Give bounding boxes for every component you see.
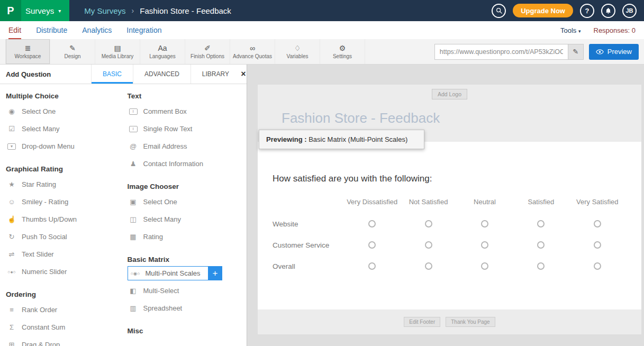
- question-type-label: Rank Order: [22, 306, 57, 314]
- question-type-label: Thumbs Up/Down: [22, 215, 77, 223]
- matrix-cell: [513, 234, 569, 256]
- toolbar-item-settings[interactable]: ⚙Settings: [320, 39, 365, 64]
- notifications-button[interactable]: [601, 4, 615, 18]
- toolbar-item-label: Media Library: [102, 53, 134, 59]
- section-nav: EditDistributeAnalyticsIntegration Tools…: [0, 21, 644, 39]
- toolbar-item-variables[interactable]: ♢Variables: [275, 39, 320, 64]
- settings-icon: ⚙: [339, 44, 346, 52]
- radio-button[interactable]: [594, 220, 601, 227]
- preview-button-label: Preview: [607, 48, 632, 56]
- panel-tab-basic[interactable]: BASIC: [91, 65, 133, 84]
- question-type-email-address[interactable]: @Email Address: [128, 138, 244, 155]
- question-type-select-one[interactable]: ▣Select One: [128, 193, 244, 211]
- panel-title: Add Question: [0, 65, 91, 84]
- radio-button[interactable]: [537, 220, 545, 227]
- toolbar-item-label: Finish Options: [191, 53, 224, 59]
- upgrade-now-button[interactable]: Upgrade Now: [513, 4, 573, 17]
- email-address-icon: @: [128, 142, 139, 150]
- radio-button[interactable]: [425, 241, 432, 249]
- question-type-thumbs-up-down[interactable]: ☝Thumbs Up/Down: [6, 211, 122, 228]
- radio-button[interactable]: [594, 262, 601, 270]
- matrix-cell: [344, 234, 400, 256]
- matrix-column-neutral: Neutral: [457, 185, 513, 213]
- question-type-text-slider[interactable]: ⇌Text Slider: [6, 245, 122, 263]
- logo-row: Add Logo: [258, 85, 641, 99]
- nav-tab-edit[interactable]: Edit: [8, 21, 21, 39]
- search-button[interactable]: [492, 4, 506, 18]
- question-type-rank-order[interactable]: ≡Rank Order: [6, 301, 122, 318]
- group-heading-image-chooser: Image Chooser: [128, 183, 244, 190]
- panel-tab-advanced[interactable]: ADVANCED: [133, 65, 191, 84]
- radio-button[interactable]: [368, 241, 376, 249]
- question-type-comment-box[interactable]: IComment Box: [128, 103, 244, 120]
- question-type-numeric-slider[interactable]: ○●○Numeric Slider: [6, 263, 122, 280]
- panel-tab-library[interactable]: LIBRARY: [191, 65, 240, 84]
- toolbar-item-workspace[interactable]: ≣Workspace: [5, 39, 50, 64]
- responses-count[interactable]: Responses: 0: [594, 26, 636, 34]
- matrix-cell: [344, 256, 400, 277]
- question-type-select-many[interactable]: ◫Select Many: [128, 211, 244, 228]
- question-type-spreadsheet[interactable]: ▥Spreadsheet: [128, 299, 244, 317]
- question-type-rating[interactable]: ▦Rating: [128, 228, 244, 245]
- question-type-star-rating[interactable]: ★Star Rating: [6, 176, 122, 193]
- help-button[interactable]: ?: [580, 4, 594, 18]
- nav-tab-distribute[interactable]: Distribute: [36, 21, 67, 39]
- matrix-column-satisfied: Satisfied: [513, 185, 569, 213]
- toolbar-item-design[interactable]: ✎Design: [50, 39, 95, 64]
- radio-button[interactable]: [481, 262, 488, 270]
- radio-button[interactable]: [481, 241, 488, 249]
- edit-url-button[interactable]: ✎: [568, 44, 584, 60]
- close-panel-button[interactable]: ×: [240, 65, 247, 84]
- question-type-contact-information[interactable]: ♟Contact Information: [128, 155, 244, 172]
- question-type-label: Select One: [22, 107, 56, 115]
- survey-footer-buttons: Edit FooterThank You Page: [258, 317, 641, 327]
- question-type-multi-point-scales[interactable]: ○◉○Multi-Point Scales+: [128, 266, 208, 280]
- text-slider-icon: ⇌: [6, 250, 17, 258]
- radio-button[interactable]: [537, 262, 545, 270]
- matrix-cell: [457, 256, 513, 277]
- group-heading-graphical-rating: Graphical Rating: [6, 165, 122, 173]
- toolbar-item-media-library[interactable]: ▤Media Library: [95, 39, 140, 64]
- question-type-label: Drop-down Menu: [22, 142, 75, 150]
- workspace: Add Question BASICADVANCEDLIBRARY × Mult…: [0, 65, 644, 346]
- question-type-smiley-rating[interactable]: ☺Smiley - Rating: [6, 193, 122, 211]
- question-type-push-to-social[interactable]: ↻Push To Social: [6, 228, 122, 245]
- radio-button[interactable]: [425, 220, 432, 227]
- question-type-select-many[interactable]: ☑Select Many: [6, 120, 122, 138]
- question-type-single-row-text[interactable]: ISingle Row Text: [128, 120, 244, 138]
- radio-button[interactable]: [425, 262, 432, 270]
- question-type-drop-down-menu[interactable]: ▾Drop-down Menu: [6, 138, 122, 155]
- question-type-multi-select[interactable]: ◧Multi-Select: [128, 282, 244, 299]
- breadcrumb-my-surveys[interactable]: My Surveys: [84, 6, 125, 15]
- multi-point-scales-icon: ○◉○: [130, 271, 141, 276]
- question-type-select-one[interactable]: ◉Select One: [6, 103, 122, 120]
- question-text: How satisfied are you with the following…: [273, 174, 625, 184]
- matrix-cell: [513, 256, 569, 277]
- radio-button[interactable]: [368, 220, 376, 227]
- radio-button[interactable]: [481, 220, 488, 227]
- nav-tab-analytics[interactable]: Analytics: [82, 21, 112, 39]
- toolbar-item-advance-quotas[interactable]: ∞Advance Quotas: [230, 39, 275, 64]
- breadcrumb-separator-icon: ›: [132, 6, 134, 15]
- radio-button[interactable]: [594, 241, 601, 249]
- question-type-drag-drop[interactable]: ⊞Drag & Drop: [6, 336, 122, 346]
- avatar[interactable]: JB: [622, 4, 637, 18]
- toolbar-item-languages[interactable]: AaLanguages: [140, 39, 185, 64]
- nav-tab-integration[interactable]: Integration: [126, 21, 161, 39]
- add-logo-button[interactable]: Add Logo: [432, 89, 467, 99]
- preview-button[interactable]: Preview: [589, 44, 639, 60]
- app-root: P Surveys ▾ My Surveys › Fashion Store -…: [0, 0, 644, 346]
- product-switcher[interactable]: P Surveys ▾: [0, 0, 69, 21]
- question-type-label: Multi-Select: [143, 287, 179, 295]
- radio-button[interactable]: [368, 262, 376, 270]
- matrix-cell: [457, 234, 513, 256]
- survey-url-input[interactable]: [434, 44, 568, 60]
- tools-menu[interactable]: Tools ▾: [560, 26, 581, 34]
- question-type-constant-sum[interactable]: ΣConstant Sum: [6, 318, 122, 336]
- toolbar-item-finish-options[interactable]: ✐Finish Options: [185, 39, 230, 64]
- thank-you-page-button[interactable]: Thank You Page: [446, 317, 495, 327]
- add-question-plus-button[interactable]: +: [208, 266, 222, 280]
- image-select-many-icon: ◫: [128, 215, 139, 223]
- edit-footer-button[interactable]: Edit Footer: [404, 317, 440, 327]
- radio-button[interactable]: [537, 241, 545, 249]
